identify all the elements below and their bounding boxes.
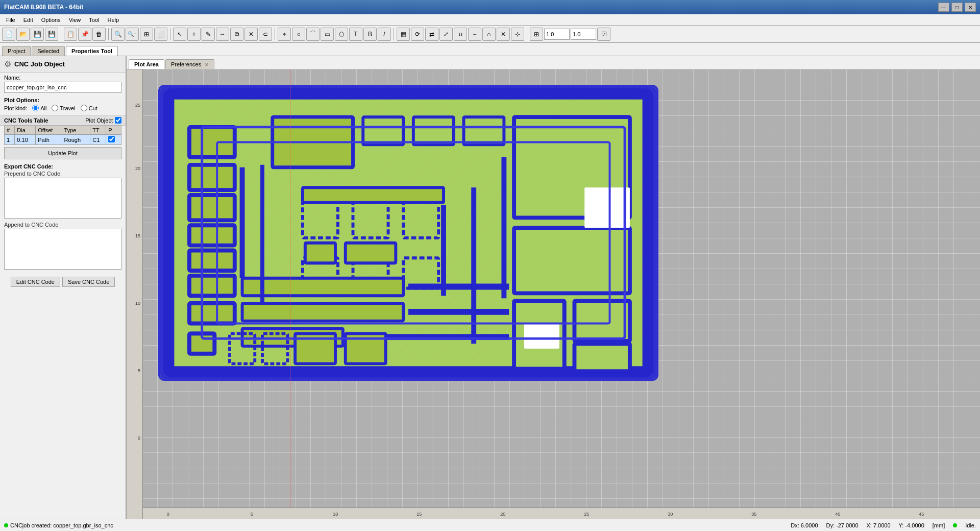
grid-toggle[interactable]: ⊞	[530, 28, 543, 41]
sep5	[394, 28, 394, 40]
subtract-tool[interactable]: −	[468, 28, 481, 41]
svg-rect-7	[189, 225, 235, 245]
name-input[interactable]: copper_top.gbr_iso_cnc	[4, 82, 121, 93]
save-as-button[interactable]: 💾	[45, 28, 58, 41]
move-tool[interactable]: ↔	[216, 28, 229, 41]
left-panel: ⚙ CNC Job Object Name: copper_top.gbr_is…	[0, 56, 127, 519]
zoom-out-button[interactable]: 🔍−	[126, 28, 139, 41]
title-bar: FlatCAM 8.908 BETA - 64bit — □ ✕	[0, 0, 980, 14]
bottom-buttons: Edit CNC Code Save CNC Code	[0, 275, 126, 289]
radio-travel-label[interactable]: Travel	[52, 105, 75, 111]
update-plot-button[interactable]: Update Plot	[4, 147, 121, 159]
edit-cnc-button[interactable]: Edit CNC Code	[11, 277, 60, 287]
extra-tool[interactable]: ⊹	[511, 28, 524, 41]
append-textarea[interactable]	[4, 229, 121, 270]
new-button[interactable]: 📄	[2, 28, 15, 41]
tab-selected[interactable]: Selected	[32, 46, 65, 56]
grid-x-input[interactable]: 1.0	[544, 29, 570, 40]
flip-tool[interactable]: ⇄	[425, 28, 438, 41]
grid-y-input[interactable]: 1.0	[571, 29, 596, 40]
svg-rect-23	[305, 243, 335, 263]
scale-tool[interactable]: ⤢	[439, 28, 453, 41]
tab-project[interactable]: Project	[2, 46, 31, 56]
y-tick-15: 15	[135, 233, 140, 238]
edit-tool[interactable]: ✎	[202, 28, 215, 41]
zoom-area-button[interactable]: ⬜	[154, 28, 167, 41]
cursor-tool[interactable]: ⌖	[278, 28, 291, 41]
col-p: P	[106, 126, 121, 135]
delete-tool[interactable]: ✕	[244, 28, 258, 41]
svg-rect-14	[574, 301, 629, 341]
line-tool[interactable]: /	[378, 28, 391, 41]
bold-tool[interactable]: B	[363, 28, 377, 41]
intersect-tool[interactable]: ∩	[482, 28, 496, 41]
rect-tool[interactable]: ▭	[321, 28, 334, 41]
tab-preferences[interactable]: Preferences ✕	[165, 59, 214, 69]
status-dy: Dy: -27.0000	[826, 522, 859, 528]
snap-toggle[interactable]: ☑	[597, 28, 610, 41]
menu-edit[interactable]: Edit	[19, 16, 37, 24]
minimize-button[interactable]: —	[938, 3, 949, 12]
copy-tool[interactable]: ⧉	[230, 28, 243, 41]
menu-view[interactable]: View	[65, 16, 85, 24]
save-button[interactable]: 💾	[31, 28, 44, 41]
cell-type: Rough	[62, 135, 90, 145]
svg-rect-46	[524, 324, 559, 349]
radio-all[interactable]	[32, 105, 39, 111]
table-row[interactable]: 1 0.10 Path Rough C1	[5, 135, 121, 145]
row-plot-checkbox[interactable]	[108, 136, 115, 142]
menu-options[interactable]: Options	[37, 16, 65, 24]
maximize-button[interactable]: □	[951, 3, 963, 12]
add-tool[interactable]: +	[187, 28, 201, 41]
radio-cut[interactable]	[81, 105, 87, 111]
circle-tool[interactable]: ○	[292, 28, 305, 41]
zoom-in-button[interactable]: 🔍	[111, 28, 125, 41]
plot-kind-label: Plot kind:	[4, 105, 27, 111]
menu-help[interactable]: Help	[103, 16, 123, 24]
cell-tt: C1	[90, 135, 106, 145]
paste-button[interactable]: 📌	[78, 28, 91, 41]
canvas-area[interactable]: 25 20 15 10 5 0	[127, 69, 980, 519]
union-tool[interactable]: ∪	[454, 28, 467, 41]
menu-file[interactable]: File	[2, 16, 19, 24]
tab-plot-area[interactable]: Plot Area	[129, 59, 164, 69]
x-tick-10: 10	[333, 512, 338, 517]
close-tool[interactable]: ✕	[497, 28, 510, 41]
idle-indicator	[953, 523, 957, 527]
prepend-textarea[interactable]	[4, 178, 121, 219]
radio-travel[interactable]	[52, 105, 58, 111]
col-offset: Offset	[36, 126, 62, 135]
svg-rect-39	[413, 117, 454, 144]
menu-tool[interactable]: Tool	[85, 16, 103, 24]
cell-num: 1	[5, 135, 15, 145]
status-bar: CNCjob created: copper_top.gbr_iso_cnc D…	[0, 519, 980, 531]
svg-rect-10	[189, 303, 235, 323]
close-button[interactable]: ✕	[965, 3, 976, 12]
preferences-close-icon[interactable]: ✕	[205, 62, 209, 67]
text-tool[interactable]: T	[349, 28, 362, 41]
select-tool[interactable]: ↖	[173, 28, 186, 41]
copy-button[interactable]: 📋	[64, 28, 77, 41]
cell-offset: Path	[36, 135, 62, 145]
radio-all-label[interactable]: All	[32, 105, 46, 111]
x-tick-45: 45	[919, 512, 924, 517]
svg-rect-27	[242, 303, 404, 321]
arc-tool[interactable]: ⌒	[306, 28, 320, 41]
plot-object-checkbox[interactable]	[115, 117, 121, 124]
cell-dia: 0.10	[15, 135, 36, 145]
cnc-table-wrapper: # Dia Offset Type TT P 1 0.10 Path Rough	[0, 126, 126, 161]
transform-tool[interactable]: ⟳	[411, 28, 424, 41]
open-button[interactable]: 📂	[16, 28, 30, 41]
svg-rect-25	[303, 187, 444, 203]
app-title: FlatCAM 8.908 BETA - 64bit	[4, 4, 83, 11]
svg-rect-6	[189, 195, 235, 220]
col-tt: TT	[90, 126, 106, 135]
delete-button[interactable]: 🗑	[92, 28, 106, 41]
tab-properties-tool[interactable]: Properties Tool	[66, 46, 118, 56]
radio-cut-label[interactable]: Cut	[81, 105, 97, 111]
array-tool[interactable]: ▦	[397, 28, 410, 41]
zoom-fit-button[interactable]: ⊞	[140, 28, 153, 41]
join-tool[interactable]: ⊂	[259, 28, 272, 41]
save-cnc-button[interactable]: Save CNC Code	[62, 277, 115, 287]
polygon-tool[interactable]: ⬠	[335, 28, 348, 41]
